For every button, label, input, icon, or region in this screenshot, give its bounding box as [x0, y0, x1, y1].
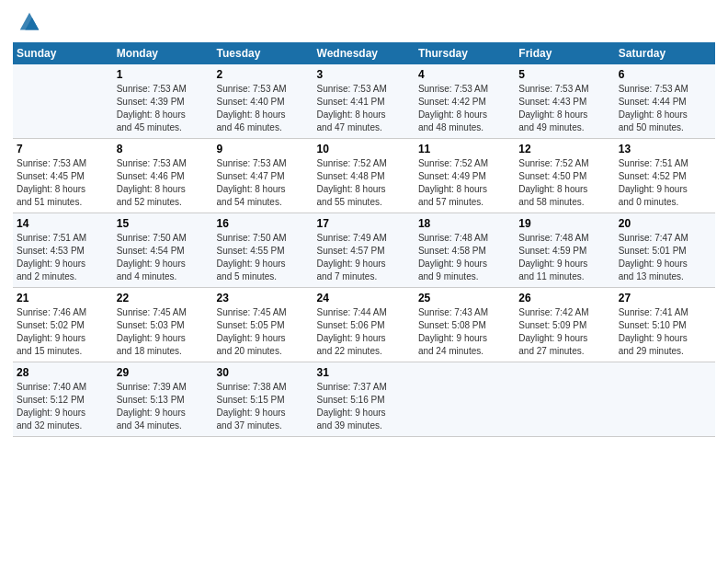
day-info: Sunrise: 7:45 AM Sunset: 5:03 PM Dayligh…	[117, 306, 210, 358]
logo-icon	[17, 9, 42, 35]
calendar-cell: 3Sunrise: 7:53 AM Sunset: 4:41 PM Daylig…	[313, 64, 415, 139]
day-number: 29	[117, 366, 210, 379]
day-number: 23	[217, 292, 310, 304]
day-number: 6	[619, 68, 711, 81]
day-number: 8	[117, 143, 210, 155]
calendar-cell: 29Sunrise: 7:39 AM Sunset: 5:13 PM Dayli…	[113, 362, 213, 437]
day-info: Sunrise: 7:40 AM Sunset: 5:12 PM Dayligh…	[17, 381, 109, 432]
day-info: Sunrise: 7:41 AM Sunset: 5:10 PM Dayligh…	[619, 306, 711, 358]
day-info: Sunrise: 7:45 AM Sunset: 5:05 PM Dayligh…	[217, 306, 310, 358]
day-number: 30	[217, 366, 310, 379]
day-number: 4	[418, 68, 511, 81]
day-info: Sunrise: 7:39 AM Sunset: 5:13 PM Dayligh…	[117, 381, 210, 432]
calendar-cell: 12Sunrise: 7:52 AM Sunset: 4:50 PM Dayli…	[515, 139, 614, 213]
day-info: Sunrise: 7:53 AM Sunset: 4:44 PM Dayligh…	[619, 83, 711, 134]
day-number: 12	[518, 143, 610, 155]
day-number: 19	[518, 217, 610, 230]
day-info: Sunrise: 7:53 AM Sunset: 4:47 PM Dayligh…	[217, 157, 310, 209]
weekday-header-sunday: Sunday	[13, 42, 113, 64]
day-info: Sunrise: 7:44 AM Sunset: 5:06 PM Dayligh…	[317, 306, 411, 358]
day-number: 26	[518, 292, 610, 304]
day-number: 25	[418, 292, 511, 304]
calendar-cell: 27Sunrise: 7:41 AM Sunset: 5:10 PM Dayli…	[615, 288, 715, 362]
calendar-cell	[13, 64, 113, 139]
calendar-cell: 9Sunrise: 7:53 AM Sunset: 4:47 PM Daylig…	[213, 139, 313, 213]
day-number: 18	[418, 217, 511, 230]
page-container: SundayMondayTuesdayWednesdayThursdayFrid…	[0, 0, 728, 446]
calendar-cell: 22Sunrise: 7:45 AM Sunset: 5:03 PM Dayli…	[113, 288, 213, 362]
day-number: 9	[217, 143, 310, 155]
day-info: Sunrise: 7:53 AM Sunset: 4:40 PM Dayligh…	[217, 83, 310, 134]
day-number: 3	[317, 68, 411, 81]
day-number: 31	[317, 366, 411, 379]
logo	[13, 9, 42, 35]
day-number: 28	[17, 366, 109, 379]
calendar-cell	[515, 362, 614, 437]
day-info: Sunrise: 7:53 AM Sunset: 4:42 PM Dayligh…	[418, 83, 511, 134]
week-row-4: 28Sunrise: 7:40 AM Sunset: 5:12 PM Dayli…	[13, 362, 715, 437]
day-info: Sunrise: 7:38 AM Sunset: 5:15 PM Dayligh…	[217, 381, 310, 432]
calendar-table: SundayMondayTuesdayWednesdayThursdayFrid…	[13, 42, 715, 437]
day-info: Sunrise: 7:51 AM Sunset: 4:52 PM Dayligh…	[619, 157, 711, 209]
day-info: Sunrise: 7:50 AM Sunset: 4:54 PM Dayligh…	[117, 232, 210, 283]
calendar-cell: 1Sunrise: 7:53 AM Sunset: 4:39 PM Daylig…	[113, 64, 213, 139]
day-number: 2	[217, 68, 310, 81]
calendar-cell: 19Sunrise: 7:48 AM Sunset: 4:59 PM Dayli…	[515, 213, 614, 288]
calendar-cell: 13Sunrise: 7:51 AM Sunset: 4:52 PM Dayli…	[615, 139, 715, 213]
day-info: Sunrise: 7:48 AM Sunset: 4:58 PM Dayligh…	[418, 232, 511, 283]
day-info: Sunrise: 7:46 AM Sunset: 5:02 PM Dayligh…	[17, 306, 109, 358]
day-info: Sunrise: 7:52 AM Sunset: 4:50 PM Dayligh…	[518, 157, 610, 209]
calendar-cell: 30Sunrise: 7:38 AM Sunset: 5:15 PM Dayli…	[213, 362, 313, 437]
calendar-cell	[415, 362, 515, 437]
week-row-1: 7Sunrise: 7:53 AM Sunset: 4:45 PM Daylig…	[13, 139, 715, 213]
calendar-cell: 25Sunrise: 7:43 AM Sunset: 5:08 PM Dayli…	[415, 288, 515, 362]
calendar-cell: 6Sunrise: 7:53 AM Sunset: 4:44 PM Daylig…	[615, 64, 715, 139]
calendar-cell: 24Sunrise: 7:44 AM Sunset: 5:06 PM Dayli…	[313, 288, 415, 362]
day-number: 16	[217, 217, 310, 230]
calendar-cell: 17Sunrise: 7:49 AM Sunset: 4:57 PM Dayli…	[313, 213, 415, 288]
weekday-header-friday: Friday	[515, 42, 614, 64]
calendar-cell: 26Sunrise: 7:42 AM Sunset: 5:09 PM Dayli…	[515, 288, 614, 362]
day-info: Sunrise: 7:52 AM Sunset: 4:48 PM Dayligh…	[317, 157, 411, 209]
day-number: 20	[619, 217, 711, 230]
weekday-header-thursday: Thursday	[415, 42, 515, 64]
weekday-header-row: SundayMondayTuesdayWednesdayThursdayFrid…	[13, 42, 715, 64]
day-info: Sunrise: 7:43 AM Sunset: 5:08 PM Dayligh…	[418, 306, 511, 358]
day-info: Sunrise: 7:50 AM Sunset: 4:55 PM Dayligh…	[217, 232, 310, 283]
weekday-header-wednesday: Wednesday	[313, 42, 415, 64]
day-number: 27	[619, 292, 711, 304]
calendar-cell: 8Sunrise: 7:53 AM Sunset: 4:46 PM Daylig…	[113, 139, 213, 213]
day-info: Sunrise: 7:37 AM Sunset: 5:16 PM Dayligh…	[317, 381, 411, 432]
calendar-cell: 18Sunrise: 7:48 AM Sunset: 4:58 PM Dayli…	[415, 213, 515, 288]
calendar-cell: 23Sunrise: 7:45 AM Sunset: 5:05 PM Dayli…	[213, 288, 313, 362]
calendar-cell: 21Sunrise: 7:46 AM Sunset: 5:02 PM Dayli…	[13, 288, 113, 362]
day-info: Sunrise: 7:53 AM Sunset: 4:39 PM Dayligh…	[117, 83, 210, 134]
day-number: 24	[317, 292, 411, 304]
day-number: 21	[17, 292, 109, 304]
calendar-cell: 10Sunrise: 7:52 AM Sunset: 4:48 PM Dayli…	[313, 139, 415, 213]
day-info: Sunrise: 7:53 AM Sunset: 4:43 PM Dayligh…	[518, 83, 610, 134]
calendar-cell: 5Sunrise: 7:53 AM Sunset: 4:43 PM Daylig…	[515, 64, 614, 139]
day-info: Sunrise: 7:53 AM Sunset: 4:46 PM Dayligh…	[117, 157, 210, 209]
day-number: 11	[418, 143, 511, 155]
calendar-cell: 16Sunrise: 7:50 AM Sunset: 4:55 PM Dayli…	[213, 213, 313, 288]
day-info: Sunrise: 7:49 AM Sunset: 4:57 PM Dayligh…	[317, 232, 411, 283]
calendar-cell: 15Sunrise: 7:50 AM Sunset: 4:54 PM Dayli…	[113, 213, 213, 288]
week-row-2: 14Sunrise: 7:51 AM Sunset: 4:53 PM Dayli…	[13, 213, 715, 288]
day-info: Sunrise: 7:53 AM Sunset: 4:45 PM Dayligh…	[17, 157, 109, 209]
day-info: Sunrise: 7:48 AM Sunset: 4:59 PM Dayligh…	[518, 232, 610, 283]
day-info: Sunrise: 7:52 AM Sunset: 4:49 PM Dayligh…	[418, 157, 511, 209]
day-info: Sunrise: 7:47 AM Sunset: 5:01 PM Dayligh…	[619, 232, 711, 283]
week-row-3: 21Sunrise: 7:46 AM Sunset: 5:02 PM Dayli…	[13, 288, 715, 362]
day-number: 10	[317, 143, 411, 155]
calendar-cell: 31Sunrise: 7:37 AM Sunset: 5:16 PM Dayli…	[313, 362, 415, 437]
calendar-cell: 4Sunrise: 7:53 AM Sunset: 4:42 PM Daylig…	[415, 64, 515, 139]
calendar-cell: 28Sunrise: 7:40 AM Sunset: 5:12 PM Dayli…	[13, 362, 113, 437]
day-info: Sunrise: 7:53 AM Sunset: 4:41 PM Dayligh…	[317, 83, 411, 134]
calendar-cell: 20Sunrise: 7:47 AM Sunset: 5:01 PM Dayli…	[615, 213, 715, 288]
day-number: 15	[117, 217, 210, 230]
week-row-0: 1Sunrise: 7:53 AM Sunset: 4:39 PM Daylig…	[13, 64, 715, 139]
weekday-header-monday: Monday	[113, 42, 213, 64]
day-info: Sunrise: 7:42 AM Sunset: 5:09 PM Dayligh…	[518, 306, 610, 358]
calendar-cell: 14Sunrise: 7:51 AM Sunset: 4:53 PM Dayli…	[13, 213, 113, 288]
